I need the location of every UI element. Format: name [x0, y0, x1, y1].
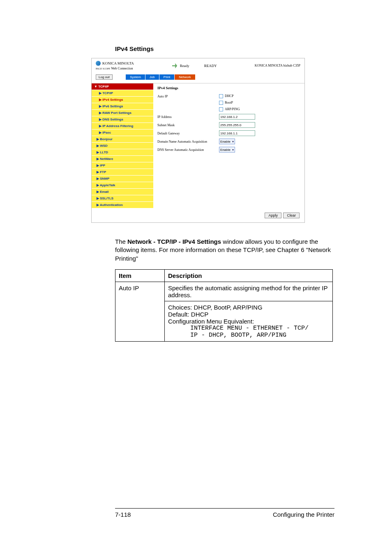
page-footer: 7-118 Configuring the Printer [62, 508, 334, 518]
nav-tcpip[interactable]: ▶ TCP/IP [92, 90, 153, 97]
domain-auto-label: Domain Name Automatic Acquisition [157, 140, 219, 143]
dns-auto-label: DNS Server Automatic Acquisition [157, 148, 219, 152]
page-number: 7-118 [115, 511, 131, 518]
tab-print[interactable]: Print [159, 74, 175, 80]
nav-ipfilter[interactable]: ▶ IP Address Filtering [92, 123, 153, 130]
arpping-checkbox[interactable] [219, 107, 223, 111]
nav-snmp[interactable]: ▶ SNMP [92, 176, 153, 182]
nav-bonjour[interactable]: ▶ Bonjour [92, 136, 153, 143]
logout-button[interactable]: Log out [96, 74, 113, 80]
nav-netware[interactable]: ▶ NetWare [92, 156, 153, 162]
nav-appletalk[interactable]: ▶ AppleTalk [92, 182, 153, 189]
table-header-row: Item Description [115, 269, 333, 282]
nav-ipv4[interactable]: ▶ IPv4 Settings [92, 97, 153, 103]
gateway-label: Default Gateway [157, 132, 219, 135]
nav-rawport[interactable]: ▶ RAW Port Settings [92, 110, 153, 116]
printer-icon [172, 63, 177, 68]
arpping-label: ARP/PING [225, 107, 240, 111]
td-item: Auto IP [115, 282, 165, 341]
footer-title: Configuring the Printer [273, 511, 334, 518]
sidebar-nav: ▼ TCP/IP ▶ TCP/IP ▶ IPv4 Settings ▶ IPv6… [92, 83, 153, 208]
dns-auto-select[interactable]: Enable▾ [219, 147, 235, 153]
model-name: KONICA MINOLTA bizhub C35P [255, 64, 300, 67]
nav-auth[interactable]: ▶ Authentication [92, 202, 153, 208]
brand-icon [96, 61, 101, 66]
body-paragraph: The Network - TCP/IP - IPv4 Settings win… [115, 238, 334, 263]
status-ready-text: READY [204, 64, 217, 68]
td-desc-a: Specifies the automatic assigning method… [165, 282, 333, 301]
section-title: IPv4 Settings [115, 45, 334, 52]
pagescope-label: PAGE SCOPE Web Connection [96, 67, 134, 70]
subnet-label: Subnet Mask [157, 123, 219, 127]
nav-dns[interactable]: ▶ DNS Settings [92, 116, 153, 123]
description-table: Item Description Auto IP Specifies the a… [115, 269, 333, 342]
nav-section-tcpip[interactable]: ▼ TCP/IP [92, 83, 153, 90]
bootp-label: BootP [225, 101, 233, 104]
th-item: Item [115, 269, 165, 282]
brand-logo: KONICA MINOLTA [96, 61, 134, 66]
td-desc-b: Choices: DHCP, BootP, ARP/PING Default: … [165, 301, 333, 341]
nav-wsd[interactable]: ▶ WSD [92, 143, 153, 149]
bootp-checkbox[interactable] [219, 101, 223, 105]
th-description: Description [165, 269, 333, 282]
nav-ssltls[interactable]: ▶ SSL/TLS [92, 195, 153, 202]
chevron-down-icon: ▾ [232, 140, 234, 143]
domain-auto-select[interactable]: Enable▾ [219, 139, 235, 144]
status-ready-label: Ready [180, 64, 189, 68]
auto-ip-label: Auto IP [157, 95, 219, 98]
clear-button[interactable]: Clear [283, 213, 300, 218]
ip-address-label: IP Address [157, 115, 219, 119]
tab-system[interactable]: System [126, 74, 145, 80]
table-row: Auto IP Specifies the automatic assignin… [115, 282, 333, 301]
ip-address-input[interactable]: 192.168.1.2 [219, 114, 255, 120]
admin-screenshot: KONICA MINOLTA PAGE SCOPE Web Connection… [91, 58, 305, 223]
nav-ftp[interactable]: ▶ FTP [92, 169, 153, 176]
main-panel-title: IPv4 Settings [157, 86, 300, 90]
dhcp-label: DHCP [225, 94, 233, 98]
subnet-input[interactable]: 255.255.255.0 [219, 122, 255, 128]
nav-ipv6[interactable]: ▶ IPv6 Settings [92, 103, 153, 110]
nav-ipp[interactable]: ▶ IPP [92, 162, 153, 169]
gateway-input[interactable]: 192.168.1.1 [219, 130, 255, 136]
tab-job[interactable]: Job [145, 74, 159, 80]
brand-text: KONICA MINOLTA [102, 61, 134, 65]
apply-button[interactable]: Apply [265, 213, 281, 218]
nav-email[interactable]: ▶ Email [92, 189, 153, 195]
nav-lltd[interactable]: ▶ LLTD [92, 149, 153, 156]
tab-network[interactable]: Network [175, 74, 195, 80]
chevron-down-icon: ▾ [232, 148, 234, 152]
dhcp-checkbox[interactable] [219, 94, 223, 98]
nav-ipsec[interactable]: ▶ IPsec [92, 130, 153, 136]
